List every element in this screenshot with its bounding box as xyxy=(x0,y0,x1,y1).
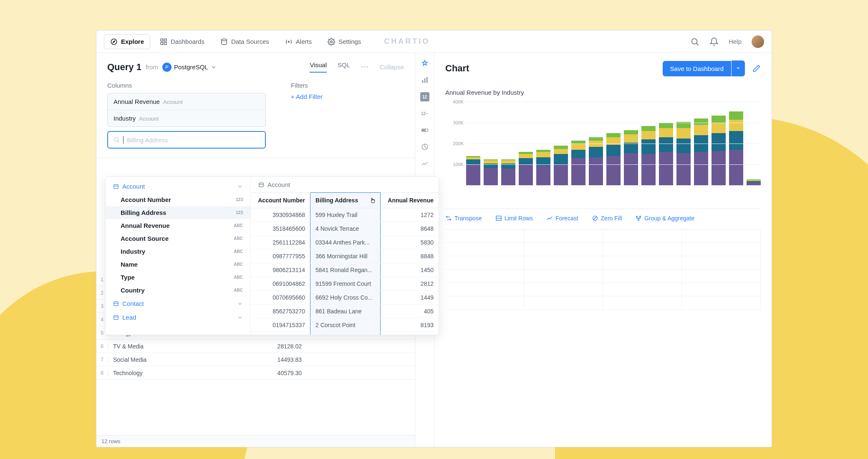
chart-bar[interactable] xyxy=(624,130,638,186)
bar-segment xyxy=(712,123,726,133)
tab-sql[interactable]: SQL xyxy=(338,61,350,73)
bar-segment xyxy=(712,133,726,151)
chart-type-pie[interactable] xyxy=(420,142,429,151)
query-title: Query 1 xyxy=(107,62,141,73)
preview-cell: 1272 xyxy=(381,208,439,222)
tree-field-item[interactable]: Annual RevenueABC xyxy=(106,219,250,232)
tree-field-label: Country xyxy=(121,287,145,294)
results-row: 8Technology40579.30 xyxy=(96,366,415,380)
chevron-down-icon[interactable] xyxy=(211,64,217,70)
bar-segment xyxy=(624,153,638,186)
column-search-input[interactable] xyxy=(127,136,260,144)
preview-table-name: Account xyxy=(267,181,290,188)
action-forecast[interactable]: Forecast xyxy=(546,215,578,222)
chart-bar[interactable] xyxy=(571,141,585,186)
nav-alerts[interactable]: Alerts xyxy=(279,34,318,49)
chart-bar[interactable] xyxy=(466,156,480,185)
bell-icon[interactable] xyxy=(709,37,719,46)
help-link[interactable]: Help xyxy=(729,38,742,45)
tree-category-lead[interactable]: Lead xyxy=(106,310,250,324)
action-limit-rows[interactable]: Limit Rows xyxy=(495,215,533,222)
chart-bar[interactable] xyxy=(712,116,726,186)
nav-dashboards[interactable]: Dashboards xyxy=(154,34,211,49)
action-label: Forecast xyxy=(555,215,578,222)
chart-type-number[interactable]: 12 xyxy=(420,92,429,101)
tree-field-item[interactable]: NameABC xyxy=(106,258,250,271)
chart-bar[interactable] xyxy=(694,119,708,185)
tree-field-item[interactable]: Account SourceABC xyxy=(106,232,250,245)
action-zero-fill[interactable]: Zero Fill xyxy=(592,215,622,222)
chart-bar[interactable] xyxy=(641,126,656,186)
tree-category-contact[interactable]: Contact xyxy=(106,297,250,310)
tree-field-item[interactable]: TypeABC xyxy=(106,271,250,284)
bar-segment xyxy=(694,119,708,125)
chart-bar[interactable] xyxy=(484,159,498,186)
save-to-dashboard-button[interactable]: Save to Dashboard xyxy=(663,61,731,76)
collapse-button[interactable]: Collapse xyxy=(380,63,404,71)
tree-category-account[interactable]: Account xyxy=(106,179,250,193)
tree-field-item[interactable]: Billing Address123 xyxy=(106,206,250,219)
bar-segment xyxy=(659,137,673,152)
chart-type-auto[interactable] xyxy=(420,59,429,68)
tree-field-label: Account Source xyxy=(121,235,169,242)
chart-bar[interactable] xyxy=(536,150,550,185)
row-number: 8 xyxy=(96,370,108,376)
save-dropdown-button[interactable] xyxy=(732,61,745,76)
tree-field-item[interactable]: CountryABC xyxy=(106,284,250,297)
pointer-cursor-icon xyxy=(369,197,376,204)
action-transpose[interactable]: Transpose xyxy=(445,215,482,222)
bar-segment xyxy=(624,143,638,153)
chart-type-bar[interactable] xyxy=(420,76,429,85)
chart-bar[interactable] xyxy=(606,133,621,185)
tab-visual[interactable]: Visual xyxy=(310,61,327,73)
chart-type-line[interactable] xyxy=(420,159,429,168)
preview-header: Account xyxy=(251,177,439,192)
action-group-aggregate[interactable]: Group & Aggregate xyxy=(635,215,694,222)
nav-explore[interactable]: Explore xyxy=(104,34,150,49)
group-icon xyxy=(635,215,642,222)
column-item[interactable]: Industry Account xyxy=(108,110,265,126)
tree-field-item[interactable]: Account Number123 xyxy=(106,193,250,206)
datasource-name[interactable]: PostgreSQL xyxy=(174,63,208,71)
preview-col-header-highlighted[interactable]: Billing Address xyxy=(310,193,381,208)
column-search[interactable] xyxy=(107,131,266,149)
bar-segment xyxy=(676,128,691,139)
chart-bar[interactable] xyxy=(747,179,761,185)
column-item[interactable]: Annual Revenue Account xyxy=(108,93,265,110)
add-filter-button[interactable]: + Add Filter xyxy=(291,93,323,100)
bar-segment xyxy=(589,137,603,141)
svg-rect-4 xyxy=(161,42,163,44)
chart-type-number-trend[interactable]: 12~ xyxy=(420,109,429,118)
search-icon[interactable] xyxy=(690,37,699,46)
chart-bar[interactable] xyxy=(659,123,673,185)
filters-section: Filters + Add Filter xyxy=(291,82,323,149)
chart-bar[interactable] xyxy=(519,152,533,185)
results-row: 6TV & Media28128.02 xyxy=(96,340,415,353)
svg-rect-3 xyxy=(164,39,167,41)
results-row: 7Social Media14493.83 xyxy=(96,353,415,366)
chart-bar[interactable] xyxy=(501,159,515,186)
field-type-tag: ABC xyxy=(234,249,243,254)
preview-cell: 0691004862 xyxy=(251,277,310,291)
preview-row: 00706956606692 Holy Cross Co...1449 xyxy=(251,291,439,305)
tree-field-label: Account Number xyxy=(121,196,171,203)
nav-data-sources[interactable]: Data Sources xyxy=(214,34,275,49)
chart-type-gauge[interactable] xyxy=(420,126,429,135)
preview-cell: 8562753270 xyxy=(251,305,310,318)
user-avatar[interactable] xyxy=(752,35,764,48)
action-label: Limit Rows xyxy=(505,215,533,222)
preview-col-header[interactable]: Account Number xyxy=(251,193,310,208)
nav-settings[interactable]: Settings xyxy=(321,34,367,49)
chart-bar[interactable] xyxy=(676,122,691,186)
bar-segment xyxy=(694,125,708,135)
chart-bar[interactable] xyxy=(589,137,603,185)
preview-col-header[interactable]: Annual Revenue xyxy=(381,193,439,208)
more-dots-icon[interactable]: ••• xyxy=(361,64,369,70)
tree-field-item[interactable]: IndustryABC xyxy=(106,245,250,258)
svg-point-35 xyxy=(636,216,638,217)
field-type-tag: ABC xyxy=(234,288,243,293)
preview-cell-highlighted: 4 Novick Terrace xyxy=(310,222,381,236)
bar-segment xyxy=(659,128,673,138)
edit-icon[interactable] xyxy=(752,64,761,73)
chart-bar[interactable] xyxy=(554,146,568,185)
